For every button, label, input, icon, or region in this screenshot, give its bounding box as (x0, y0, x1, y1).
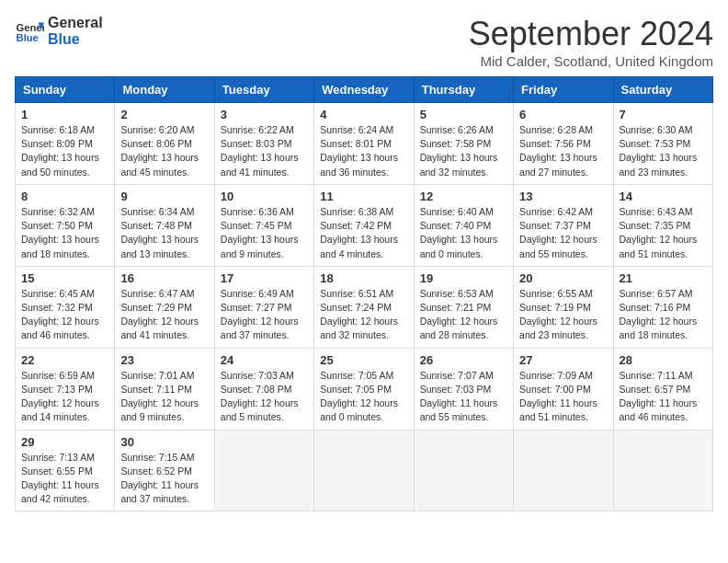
calendar-cell: 9Sunrise: 6:34 AM Sunset: 7:48 PM Daylig… (115, 184, 214, 266)
calendar-cell: 11Sunrise: 6:38 AM Sunset: 7:42 PM Dayli… (314, 184, 414, 266)
day-number: 10 (221, 190, 308, 203)
day-number: 28 (620, 353, 707, 367)
calendar-cell (414, 430, 513, 511)
day-number: 27 (519, 353, 607, 367)
header-friday: Friday (514, 77, 613, 103)
day-info: Sunrise: 6:28 AM Sunset: 7:56 PM Dayligh… (519, 123, 607, 179)
header-thursday: Thursday (414, 77, 513, 103)
calendar-cell: 16Sunrise: 6:47 AM Sunset: 7:29 PM Dayli… (115, 266, 214, 348)
day-number: 8 (21, 190, 108, 203)
day-number: 26 (420, 353, 507, 367)
logo-blue: Blue (48, 31, 103, 48)
day-info: Sunrise: 6:57 AM Sunset: 7:16 PM Dayligh… (620, 287, 707, 343)
calendar-cell: 14Sunrise: 6:43 AM Sunset: 7:35 PM Dayli… (613, 184, 712, 266)
day-info: Sunrise: 7:03 AM Sunset: 7:08 PM Dayligh… (221, 369, 308, 425)
calendar-cell: 6Sunrise: 6:28 AM Sunset: 7:56 PM Daylig… (514, 103, 613, 185)
day-info: Sunrise: 6:34 AM Sunset: 7:48 PM Dayligh… (120, 205, 208, 261)
day-info: Sunrise: 6:59 AM Sunset: 7:13 PM Dayligh… (21, 369, 108, 425)
day-info: Sunrise: 6:42 AM Sunset: 7:37 PM Dayligh… (519, 205, 607, 261)
calendar-cell: 29Sunrise: 7:13 AM Sunset: 6:55 PM Dayli… (16, 430, 115, 511)
week-row-5: 29Sunrise: 7:13 AM Sunset: 6:55 PM Dayli… (16, 430, 713, 511)
day-info: Sunrise: 7:11 AM Sunset: 6:57 PM Dayligh… (620, 369, 707, 425)
day-number: 29 (21, 435, 108, 449)
week-row-3: 15Sunrise: 6:45 AM Sunset: 7:32 PM Dayli… (16, 266, 713, 348)
day-info: Sunrise: 6:30 AM Sunset: 7:53 PM Dayligh… (620, 123, 707, 179)
day-number: 22 (21, 353, 108, 367)
calendar-cell: 2Sunrise: 6:20 AM Sunset: 8:06 PM Daylig… (115, 103, 214, 185)
logo-general: General (48, 15, 103, 31)
day-number: 9 (120, 190, 208, 203)
day-info: Sunrise: 6:49 AM Sunset: 7:27 PM Dayligh… (221, 287, 308, 343)
calendar-cell: 20Sunrise: 6:55 AM Sunset: 7:19 PM Dayli… (514, 266, 613, 348)
day-info: Sunrise: 6:26 AM Sunset: 7:58 PM Dayligh… (420, 123, 507, 179)
day-info: Sunrise: 6:45 AM Sunset: 7:32 PM Dayligh… (21, 287, 108, 343)
day-info: Sunrise: 6:20 AM Sunset: 8:06 PM Dayligh… (120, 123, 208, 179)
day-number: 13 (519, 190, 607, 203)
calendar-cell: 19Sunrise: 6:53 AM Sunset: 7:21 PM Dayli… (414, 266, 513, 348)
calendar-cell: 17Sunrise: 6:49 AM Sunset: 7:27 PM Dayli… (214, 266, 313, 348)
day-info: Sunrise: 6:55 AM Sunset: 7:19 PM Dayligh… (519, 287, 607, 343)
calendar-cell: 8Sunrise: 6:32 AM Sunset: 7:50 PM Daylig… (16, 184, 115, 266)
day-number: 17 (221, 271, 308, 285)
day-number: 11 (320, 190, 407, 203)
title-block: September 2024 Mid Calder, Scotland, Uni… (469, 15, 713, 69)
calendar-cell: 25Sunrise: 7:05 AM Sunset: 7:05 PM Dayli… (314, 348, 414, 430)
day-info: Sunrise: 7:09 AM Sunset: 7:00 PM Dayligh… (519, 369, 607, 425)
calendar-cell: 4Sunrise: 6:24 AM Sunset: 8:01 PM Daylig… (314, 103, 414, 185)
calendar-cell (613, 430, 712, 511)
day-number: 3 (221, 108, 308, 121)
day-info: Sunrise: 6:51 AM Sunset: 7:24 PM Dayligh… (320, 287, 407, 343)
day-number: 5 (420, 108, 507, 121)
header-tuesday: Tuesday (214, 77, 313, 103)
calendar-cell: 7Sunrise: 6:30 AM Sunset: 7:53 PM Daylig… (613, 103, 712, 185)
day-number: 12 (420, 190, 507, 203)
week-row-4: 22Sunrise: 6:59 AM Sunset: 7:13 PM Dayli… (16, 348, 713, 430)
day-info: Sunrise: 6:32 AM Sunset: 7:50 PM Dayligh… (21, 205, 108, 261)
location: Mid Calder, Scotland, United Kingdom (469, 53, 713, 69)
calendar-header-row: SundayMondayTuesdayWednesdayThursdayFrid… (16, 77, 713, 103)
day-info: Sunrise: 6:40 AM Sunset: 7:40 PM Dayligh… (420, 205, 507, 261)
week-row-2: 8Sunrise: 6:32 AM Sunset: 7:50 PM Daylig… (16, 184, 713, 266)
header-saturday: Saturday (613, 77, 712, 103)
calendar-cell: 15Sunrise: 6:45 AM Sunset: 7:32 PM Dayli… (16, 266, 115, 348)
month-title: September 2024 (469, 15, 713, 53)
day-info: Sunrise: 6:43 AM Sunset: 7:35 PM Dayligh… (620, 205, 707, 261)
day-info: Sunrise: 6:22 AM Sunset: 8:03 PM Dayligh… (221, 123, 308, 179)
week-row-1: 1Sunrise: 6:18 AM Sunset: 8:09 PM Daylig… (16, 103, 713, 185)
day-number: 19 (420, 271, 507, 285)
day-number: 15 (21, 271, 108, 285)
day-info: Sunrise: 7:15 AM Sunset: 6:52 PM Dayligh… (120, 451, 208, 507)
day-info: Sunrise: 7:07 AM Sunset: 7:03 PM Dayligh… (420, 369, 507, 425)
calendar-cell: 1Sunrise: 6:18 AM Sunset: 8:09 PM Daylig… (16, 103, 115, 185)
day-info: Sunrise: 6:18 AM Sunset: 8:09 PM Dayligh… (21, 123, 108, 179)
day-number: 16 (120, 271, 208, 285)
calendar-cell: 27Sunrise: 7:09 AM Sunset: 7:00 PM Dayli… (514, 348, 613, 430)
day-info: Sunrise: 7:05 AM Sunset: 7:05 PM Dayligh… (320, 369, 407, 425)
calendar-cell: 10Sunrise: 6:36 AM Sunset: 7:45 PM Dayli… (214, 184, 313, 266)
calendar-cell: 5Sunrise: 6:26 AM Sunset: 7:58 PM Daylig… (414, 103, 513, 185)
calendar-cell: 21Sunrise: 6:57 AM Sunset: 7:16 PM Dayli… (613, 266, 712, 348)
calendar-cell: 28Sunrise: 7:11 AM Sunset: 6:57 PM Dayli… (613, 348, 712, 430)
day-number: 21 (620, 271, 707, 285)
calendar-cell: 3Sunrise: 6:22 AM Sunset: 8:03 PM Daylig… (214, 103, 313, 185)
calendar-cell: 30Sunrise: 7:15 AM Sunset: 6:52 PM Dayli… (115, 430, 214, 511)
logo: General Blue General Blue (15, 15, 103, 47)
day-info: Sunrise: 7:13 AM Sunset: 6:55 PM Dayligh… (21, 451, 108, 507)
day-number: 7 (620, 108, 707, 121)
day-number: 20 (519, 271, 607, 285)
day-info: Sunrise: 6:24 AM Sunset: 8:01 PM Dayligh… (320, 123, 407, 179)
calendar-table: SundayMondayTuesdayWednesdayThursdayFrid… (15, 76, 713, 511)
day-info: Sunrise: 7:01 AM Sunset: 7:11 PM Dayligh… (120, 369, 208, 425)
day-info: Sunrise: 6:53 AM Sunset: 7:21 PM Dayligh… (420, 287, 507, 343)
logo-icon: General Blue (15, 17, 44, 46)
day-info: Sunrise: 6:38 AM Sunset: 7:42 PM Dayligh… (320, 205, 407, 261)
calendar-cell: 22Sunrise: 6:59 AM Sunset: 7:13 PM Dayli… (16, 348, 115, 430)
day-number: 18 (320, 271, 407, 285)
calendar-cell: 24Sunrise: 7:03 AM Sunset: 7:08 PM Dayli… (214, 348, 313, 430)
calendar-cell: 26Sunrise: 7:07 AM Sunset: 7:03 PM Dayli… (414, 348, 513, 430)
calendar-cell: 12Sunrise: 6:40 AM Sunset: 7:40 PM Dayli… (414, 184, 513, 266)
calendar-cell (314, 430, 414, 511)
day-info: Sunrise: 6:36 AM Sunset: 7:45 PM Dayligh… (221, 205, 308, 261)
calendar-cell: 13Sunrise: 6:42 AM Sunset: 7:37 PM Dayli… (514, 184, 613, 266)
svg-text:Blue: Blue (17, 32, 39, 43)
